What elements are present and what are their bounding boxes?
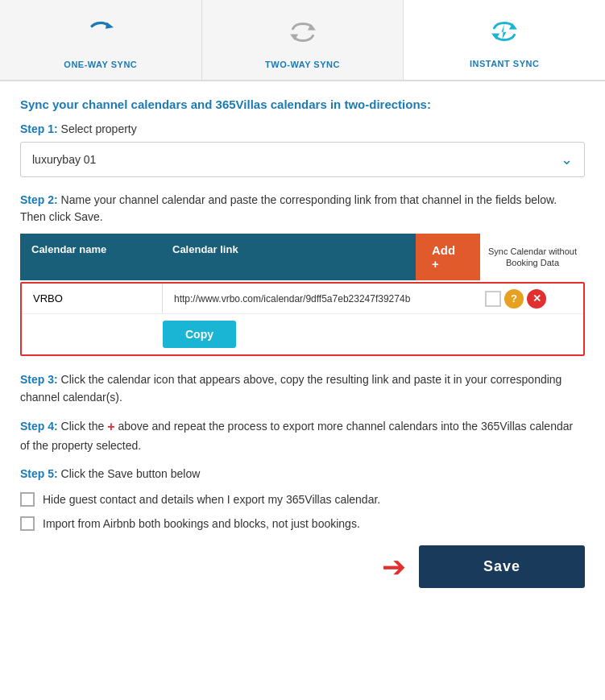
step3-paragraph: Step 3: Click the calendar icon that app… [20, 371, 585, 407]
save-button[interactable]: Save [419, 545, 585, 588]
right-arrow-icon: ➔ [382, 553, 406, 582]
tab-instant-sync[interactable]: INSTANT SYNC [404, 0, 605, 80]
tab-instant-label: INSTANT SYNC [470, 59, 539, 68]
section-title: Sync your channel calendars and 365Villa… [20, 97, 585, 111]
remove-row-button[interactable]: ✕ [527, 289, 546, 309]
checkbox-import-airbnb-row: Import from Airbnb both bookings and blo… [20, 516, 585, 531]
two-way-sync-icon [286, 15, 320, 53]
col-header-link: Calendar link [161, 234, 416, 280]
tab-two-way-sync[interactable]: TWO-WAY SYNC [202, 0, 404, 80]
main-content: Sync your channel calendars and 365Villa… [0, 81, 605, 604]
tab-one-way-sync[interactable]: ONE-WAY SYNC [0, 0, 202, 80]
copy-button[interactable]: Copy [163, 321, 236, 348]
calendar-row-container: ? ✕ Copy [20, 282, 585, 356]
hide-guest-checkbox[interactable] [20, 492, 35, 507]
checkbox-hide-guest-row: Hide guest contact and details when I ex… [20, 492, 585, 507]
step5-paragraph: Step 5: Click the Save button below [20, 465, 585, 483]
sync-tabs: ONE-WAY SYNC TWO-WAY SYNC INSTANT SYNC [0, 0, 605, 81]
tab-two-way-label: TWO-WAY SYNC [265, 60, 340, 69]
col-header-name: Calendar name [20, 234, 161, 280]
question-icon-button[interactable]: ? [504, 289, 524, 309]
table-row: ? ✕ [22, 284, 583, 313]
calendar-table: Calendar name Calendar link Add + Sync C… [20, 234, 585, 356]
step1-label: Step 1: Select property [20, 122, 585, 135]
calendar-link-input[interactable] [163, 284, 479, 313]
dropdown-value: luxurybay 01 [32, 153, 96, 166]
tab-one-way-label: ONE-WAY SYNC [64, 60, 137, 69]
one-way-sync-icon [84, 15, 118, 53]
import-airbnb-checkbox[interactable] [20, 516, 35, 531]
calendar-name-input[interactable] [22, 284, 163, 313]
add-button[interactable]: Add + [416, 234, 480, 280]
steps-section: Step 3: Click the calendar icon that app… [20, 371, 585, 483]
import-airbnb-label: Import from Airbnb both bookings and blo… [43, 517, 360, 530]
step2-description: Step 2: Name your channel calendar and p… [20, 192, 585, 226]
table-header: Calendar name Calendar link Add + Sync C… [20, 234, 585, 280]
hide-guest-label: Hide guest contact and details when I ex… [43, 493, 380, 506]
plus-icon: + [107, 416, 114, 437]
svg-marker-5 [502, 24, 507, 39]
sync-without-booking-checkbox[interactable] [485, 291, 501, 307]
step4-paragraph: Step 4: Click the + above and repeat the… [20, 416, 585, 455]
chevron-down-icon: ⌄ [561, 151, 573, 168]
property-dropdown[interactable]: luxurybay 01 ⌄ [20, 142, 585, 177]
copy-row: Copy [22, 313, 583, 354]
instant-sync-icon [487, 14, 521, 52]
save-row: ➔ Save [20, 545, 585, 588]
svg-marker-0 [106, 22, 114, 28]
row-actions: ? ✕ [479, 289, 583, 309]
sync-without-booking-label: Sync Calendar without Booking Data [480, 234, 585, 280]
